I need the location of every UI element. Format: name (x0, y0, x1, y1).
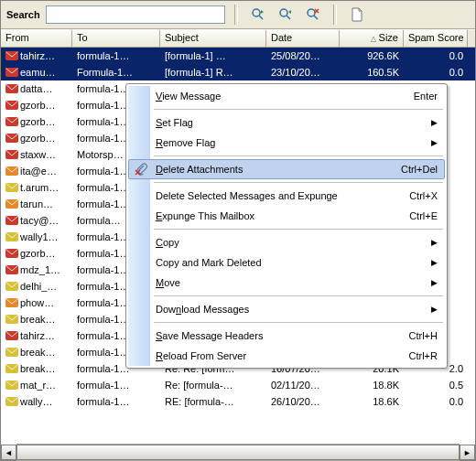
svg-point-0 (253, 9, 260, 16)
svg-point-4 (308, 9, 315, 16)
svg-point-2 (280, 9, 287, 16)
menu-item-label: Reload From Server (156, 350, 246, 361)
envelope-icon (5, 281, 18, 292)
cell-from: tarun… (1, 198, 72, 209)
envelope-icon (5, 264, 18, 275)
menu-item-label: View Message (156, 91, 221, 102)
menu-item-label: Delete Attachments (156, 164, 243, 175)
cell-from: t.arum… (1, 182, 72, 193)
menu-item[interactable]: Delete Selected Messages and ExpungeCtrl… (128, 186, 445, 206)
cell-from: tahirz… (1, 330, 72, 341)
submenu-arrow-icon: ▶ (431, 138, 438, 147)
cell-from: delhi_… (1, 281, 72, 292)
menu-shortcut: Ctrl+Del (401, 164, 438, 175)
menu-separator (154, 229, 443, 230)
cell-size: 926.6K (340, 50, 404, 61)
menu-item[interactable]: Reload From ServerCtrl+R (128, 346, 445, 366)
menu-item[interactable]: Delete AttachmentsCtrl+Del (128, 159, 445, 179)
cell-from: break… (1, 314, 72, 325)
cell-size: 18.6K (340, 396, 404, 407)
scroll-right-button[interactable]: ► (460, 445, 475, 460)
sort-asc-icon: △ (371, 35, 376, 43)
column-header-date[interactable]: Date (266, 30, 340, 47)
envelope-icon (5, 198, 18, 209)
cell-date: 25/08/20… (266, 50, 340, 61)
scrollbar-track[interactable] (16, 444, 460, 461)
cell-from: ita@e… (1, 166, 72, 177)
mail-window: Search FromToSubjectDate△SizeSpam Score … (0, 0, 476, 461)
search-input[interactable] (46, 5, 225, 24)
svg-line-3 (287, 16, 290, 19)
cell-spam: 0.5 (404, 380, 468, 391)
scrollbar-thumb[interactable] (16, 445, 460, 460)
submenu-arrow-icon: ▶ (431, 305, 438, 314)
menu-item-label: Set Flag (156, 117, 193, 128)
new-message-button[interactable] (346, 4, 368, 26)
cell-from: mat_r… (1, 380, 72, 391)
message-row[interactable]: eamu…Formula-1…[formula-1] R…23/10/20…16… (1, 64, 475, 80)
cell-spam: 0.0 (404, 50, 468, 61)
toolbar-separator (333, 5, 337, 25)
column-header-size[interactable]: △Size (340, 30, 404, 47)
horizontal-scrollbar[interactable]: ◄ ► (1, 445, 475, 460)
document-icon (351, 7, 363, 22)
cell-from: break… (1, 347, 72, 358)
column-label: To (77, 32, 88, 43)
envelope-icon (5, 380, 18, 391)
menu-item[interactable]: Copy and Mark Deleted▶ (128, 252, 445, 273)
envelope-icon (5, 330, 18, 341)
cell-spam: 0.0 (404, 67, 468, 78)
envelope-icon (5, 215, 18, 226)
menu-item[interactable]: Remove Flag▶ (128, 133, 445, 153)
message-row[interactable]: mat_r…formula-1…Re: [formula-…02/11/20…1… (1, 377, 475, 393)
menu-shortcut: Enter (414, 91, 438, 102)
envelope-icon (5, 67, 18, 78)
column-header-to[interactable]: To (72, 30, 160, 47)
menu-item[interactable]: Download Messages▶ (128, 299, 445, 319)
message-row[interactable]: tahirz…formula-1…[formula-1] …25/08/20…9… (1, 48, 475, 64)
menu-separator (154, 109, 443, 110)
menu-item[interactable]: Set Flag▶ (128, 113, 445, 133)
cell-from: tahirz… (1, 50, 72, 61)
message-row[interactable]: wally…formula-1…RE: [formula-…26/10/20…1… (1, 393, 475, 410)
column-header-spam[interactable]: Spam Score (404, 30, 468, 47)
cell-from: wally… (1, 396, 72, 407)
scroll-left-button[interactable]: ◄ (1, 445, 16, 460)
menu-separator (154, 295, 443, 296)
envelope-icon (5, 347, 18, 358)
envelope-icon (5, 50, 18, 61)
column-label: Spam Score (408, 32, 464, 43)
menu-item-label: Download Messages (156, 304, 249, 315)
menu-shortcut: Ctrl+H (409, 330, 438, 341)
cell-from: gzorb… (1, 100, 72, 111)
column-header-from[interactable]: From (1, 30, 72, 47)
menu-item-label: Move (156, 277, 180, 288)
cell-size: 160.5K (340, 67, 404, 78)
menu-item[interactable]: Expunge This MailboxCtrl+E (128, 206, 445, 226)
find-clear-button[interactable] (302, 4, 324, 26)
envelope-icon (5, 248, 18, 259)
submenu-arrow-icon: ▶ (431, 238, 438, 247)
cell-to: formula-1… (72, 380, 160, 391)
find-prev-button[interactable] (275, 4, 297, 26)
menu-item[interactable]: Save Message HeadersCtrl+H (128, 326, 445, 346)
cell-from: datta… (1, 83, 72, 94)
envelope-icon (5, 116, 18, 127)
search-toolbar: Search (1, 1, 475, 29)
envelope-icon (5, 396, 18, 407)
menu-separator (154, 155, 443, 156)
cell-to: Formula-1… (72, 67, 160, 78)
menu-item-label: Copy (156, 237, 179, 248)
magnifier-icon (251, 7, 265, 22)
envelope-icon (5, 133, 18, 144)
menu-item[interactable]: Move▶ (128, 273, 445, 293)
find-next-button[interactable] (247, 4, 269, 26)
cell-subject: [formula-1] … (160, 50, 266, 61)
menu-item[interactable]: View MessageEnter (128, 86, 445, 106)
envelope-icon (5, 166, 18, 177)
column-label: Size (379, 32, 398, 43)
cell-from: gzorb… (1, 133, 72, 144)
submenu-arrow-icon: ▶ (431, 258, 438, 267)
menu-item[interactable]: Copy▶ (128, 232, 445, 252)
column-header-subject[interactable]: Subject (160, 30, 266, 47)
